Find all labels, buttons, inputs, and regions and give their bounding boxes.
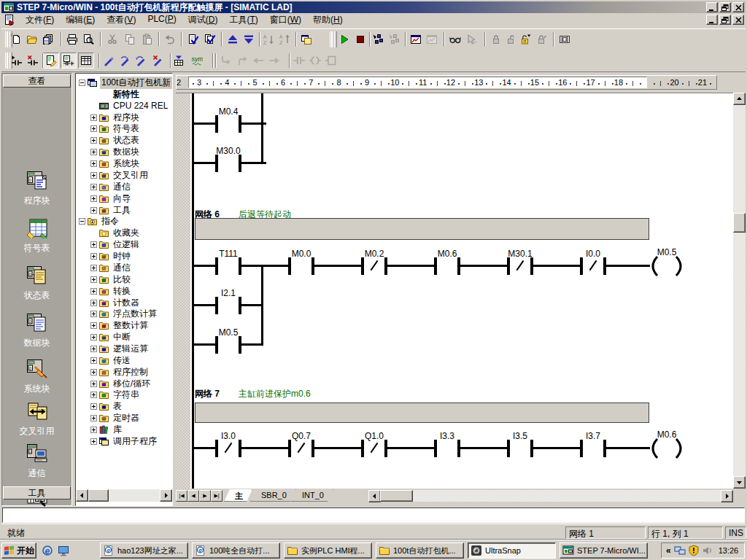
menu-F[interactable]: 文件(F)	[20, 12, 60, 28]
menu-T[interactable]: 工具(T)	[223, 12, 263, 28]
tab-first[interactable]: |◀	[176, 490, 187, 502]
tree-item[interactable]: 通信	[90, 182, 132, 192]
plus-box[interactable]	[90, 369, 97, 376]
contact-leg[interactable]	[457, 440, 460, 457]
plus-box[interactable]	[90, 241, 97, 248]
menu-V[interactable]: 查看(V)	[101, 12, 142, 28]
contact-leg[interactable]	[215, 336, 218, 354]
tree-item[interactable]: 收藏夹	[90, 228, 141, 238]
tree-item[interactable]: 库	[90, 424, 123, 435]
tree-item[interactable]: 移位/循环	[90, 378, 152, 389]
contact-leg[interactable]	[434, 440, 437, 457]
tree-item[interactable]: 100t自动打包机新	[79, 77, 172, 88]
contact-leg[interactable]	[384, 257, 387, 275]
minus-box[interactable]	[79, 79, 85, 86]
task-button[interactable]: ehao123网址之家...	[100, 542, 188, 559]
plus-box[interactable]	[90, 415, 97, 421]
tree-item[interactable]: 逻辑运算	[90, 343, 150, 354]
toolbar-button-status-chart[interactable]	[408, 31, 424, 47]
viewbar-item-symbol-table[interactable]: 符号表	[2, 218, 71, 254]
plus-box[interactable]	[90, 184, 97, 190]
contact-leg[interactable]	[215, 155, 218, 172]
menu-P[interactable]: PLC(P)	[142, 12, 182, 28]
toolbar-button-contact-insert[interactable]	[9, 52, 25, 69]
contact-leg[interactable]	[361, 440, 364, 457]
tree-item[interactable]: 系统块	[90, 158, 141, 169]
tray-volume-icon[interactable]	[702, 545, 713, 556]
toolbar-button-bookmark[interactable]	[557, 31, 573, 47]
tree-item[interactable]: 程序控制	[90, 367, 150, 378]
viewbar-item-data-block[interactable]: 0数据块	[2, 313, 71, 349]
tree-scroll-left[interactable]	[76, 489, 88, 502]
plus-box[interactable]	[90, 288, 97, 295]
toolbar-button-paste[interactable]	[139, 31, 155, 47]
child-close-button[interactable]	[732, 15, 744, 25]
tree-item[interactable]: 转换	[90, 286, 132, 297]
tree-item[interactable]: 浮点数计算	[90, 308, 158, 319]
tree-item[interactable]: 整数计算	[90, 320, 150, 331]
viewbar-item-system-block[interactable]: 0系统块	[2, 359, 71, 395]
close-button[interactable]	[732, 2, 744, 12]
child-restore-button[interactable]	[719, 15, 731, 25]
contact-leg[interactable]	[384, 440, 387, 457]
toolbar-button-symbol-table-toggle[interactable]	[171, 52, 187, 69]
tree-item[interactable]: 交叉引用	[90, 170, 150, 181]
contact-leg[interactable]	[603, 257, 606, 275]
viewbar-item-communication[interactable]: 0通信	[2, 443, 71, 480]
toolbar-button-options[interactable]	[298, 31, 314, 47]
toolbar-button-compile[interactable]	[185, 31, 201, 47]
plus-box[interactable]	[90, 114, 97, 121]
plus-box[interactable]	[90, 300, 97, 306]
menu-W[interactable]: 窗口(W)	[264, 12, 307, 28]
toolbar-button-print-preview[interactable]	[80, 31, 96, 47]
tree-item[interactable]: 数据块	[90, 147, 141, 158]
tree-item[interactable]: 计数器	[90, 298, 141, 308]
plus-box[interactable]	[90, 276, 97, 283]
toolbar-button-lock-partial[interactable]	[517, 31, 533, 47]
contact-leg[interactable]	[215, 440, 218, 457]
tree-item[interactable]: 中断	[90, 332, 132, 343]
toolbar-button-sort-descending[interactable]: AZ	[277, 31, 293, 47]
toolbar-button-download[interactable]	[241, 31, 257, 47]
tree-item[interactable]: 传送	[90, 355, 132, 366]
toolbar-button-contact-delete[interactable]	[25, 52, 41, 69]
minimize-button[interactable]	[706, 2, 718, 12]
toolbar-button-view-lad[interactable]	[43, 52, 59, 69]
tree-item[interactable]: 调用子程序	[90, 436, 158, 447]
contact-leg[interactable]	[580, 257, 583, 275]
plus-box[interactable]	[90, 381, 97, 387]
contact-leg[interactable]	[507, 440, 510, 457]
tray-network-icon[interactable]	[674, 545, 686, 556]
ladder-scroll-up[interactable]	[733, 93, 746, 105]
tree-item[interactable]: 指令	[79, 216, 120, 227]
menu-E[interactable]: 编辑(E)	[60, 12, 101, 28]
toolbar-button-insert-box[interactable]	[323, 52, 339, 69]
tree-item[interactable]: 通信	[90, 262, 132, 273]
toolbar-button-branch-down[interactable]	[217, 52, 233, 69]
tree-item[interactable]: 位逻辑	[90, 239, 141, 250]
task-button[interactable]: STEP 7-Micro/WI...	[560, 542, 648, 559]
toolbar-button-arrow-left[interactable]	[250, 52, 266, 69]
plus-box[interactable]	[90, 125, 97, 132]
tab-prev[interactable]: ◀	[187, 490, 199, 502]
contact-leg[interactable]	[530, 257, 533, 275]
toolbar-button-copy[interactable]	[122, 31, 138, 47]
network-comment-box[interactable]	[195, 402, 649, 423]
tree-scroll-right[interactable]	[160, 489, 172, 502]
contact-leg[interactable]	[239, 440, 241, 457]
toolbar-button-sort-ascending[interactable]: AZ	[261, 31, 277, 47]
task-button[interactable]: 100t自动打包机...	[376, 542, 464, 559]
plus-box[interactable]	[90, 346, 97, 352]
tab-next[interactable]: ▶	[199, 490, 211, 502]
plus-box[interactable]	[90, 149, 97, 155]
contact-leg[interactable]	[288, 257, 291, 275]
tree-item[interactable]: 状态表	[90, 135, 141, 146]
ladder-coil[interactable]	[648, 438, 686, 462]
plus-box[interactable]	[90, 334, 97, 341]
contact-leg[interactable]	[239, 257, 241, 275]
ladder-coil[interactable]	[648, 256, 686, 279]
contact-leg[interactable]	[311, 440, 314, 457]
plus-box[interactable]	[90, 265, 97, 271]
program-tab-INT_0[interactable]: INT_0	[291, 489, 333, 502]
tree-item[interactable]: 表	[90, 401, 123, 412]
